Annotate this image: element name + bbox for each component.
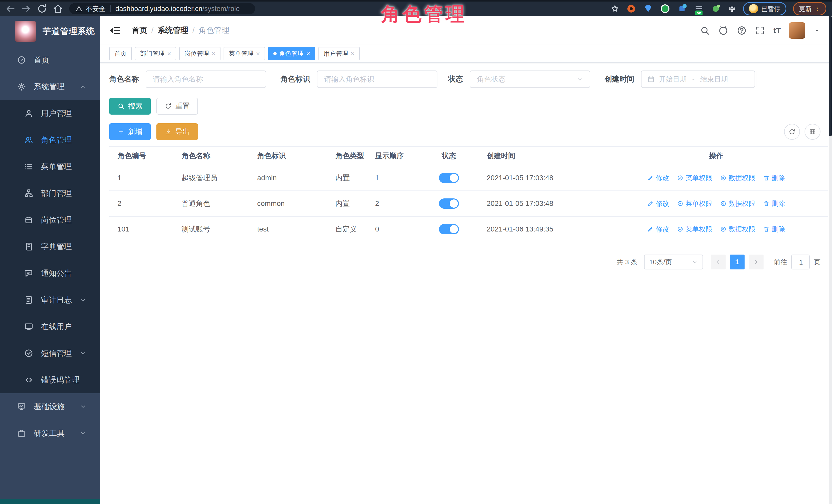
table-tools — [784, 124, 828, 140]
toggle-knob — [450, 225, 458, 233]
page-size-select[interactable]: 10条/页 — [644, 255, 703, 269]
sidebar-item-book[interactable]: 字典管理 — [0, 233, 100, 260]
extension-icon-list[interactable]: on — [694, 4, 704, 14]
sidebar-fold-icon[interactable] — [109, 25, 121, 36]
menu-permission-action[interactable]: 菜单权限 — [677, 174, 712, 183]
status-select[interactable]: 角色状态 — [470, 71, 590, 88]
close-icon[interactable]: × — [306, 50, 310, 57]
update-button[interactable]: 更新 — [793, 2, 826, 16]
sidebar-item-list[interactable]: 菜单管理 — [0, 153, 100, 180]
edit-action[interactable]: 修改 — [647, 225, 669, 234]
delete-action[interactable]: 删除 — [763, 174, 785, 183]
plus-icon — [118, 128, 125, 135]
role-key-input[interactable] — [317, 75, 437, 83]
close-icon[interactable]: × — [256, 50, 260, 57]
status-toggle[interactable] — [439, 224, 459, 234]
refresh-table-button[interactable] — [784, 124, 800, 140]
delete-action[interactable]: 删除 — [763, 199, 785, 208]
sidebar-item-code[interactable]: 错误码管理 — [0, 367, 100, 393]
browser-back-icon[interactable] — [5, 3, 16, 15]
column-settings-button[interactable] — [805, 124, 821, 140]
fullscreen-icon[interactable] — [755, 25, 765, 36]
add-button[interactable]: 新增 — [109, 123, 151, 140]
data-permission-action[interactable]: 数据权限 — [720, 199, 755, 208]
browser-reload-icon[interactable] — [36, 3, 48, 15]
menu-permission-action[interactable]: 菜单权限 — [677, 225, 712, 234]
main-area: 首页/系统管理/角色管理 tT 首页部门管理×岗位管理×菜单管理×角色管理×用户… — [100, 16, 832, 504]
bookmark-star-icon[interactable] — [610, 4, 620, 13]
menu-permission-action[interactable]: 菜单权限 — [677, 199, 712, 208]
sidebar-item-doc[interactable]: 审计日志 — [0, 287, 100, 313]
browser-home-icon[interactable] — [52, 3, 63, 15]
extension-icon-sprout[interactable] — [711, 4, 721, 14]
tag-label: 部门管理 — [140, 50, 164, 58]
table-toolbar: 新增 导出 — [109, 123, 828, 140]
breadcrumb-item[interactable]: 系统管理 — [157, 25, 188, 36]
extension-icon-donut[interactable] — [626, 4, 636, 14]
tag-view-3[interactable]: 岗位管理× — [179, 47, 220, 60]
date-range-picker[interactable]: 开始日期 - 结束日期 — [641, 71, 755, 88]
reset-button[interactable]: 重置 — [156, 98, 198, 114]
data-permission-action[interactable]: 数据权限 — [720, 225, 755, 234]
browser-menu-kebab-icon[interactable] — [814, 6, 821, 12]
reset-refresh-icon — [164, 103, 172, 110]
row-actions: 修改菜单权限数据权限删除 — [604, 174, 828, 183]
role-key-field — [317, 71, 437, 88]
sidebar-item-msgcheck[interactable]: 短信管理 — [0, 340, 100, 367]
sidebar-item-gear[interactable]: 系统管理 — [0, 73, 100, 100]
sidebar-item-user[interactable]: 用户管理 — [0, 100, 100, 127]
prev-page-button[interactable] — [711, 255, 726, 269]
search-icon[interactable] — [700, 25, 710, 36]
cell-id: 101 — [109, 225, 173, 233]
export-button[interactable]: 导出 — [156, 123, 198, 140]
sidebar-item-badge[interactable]: 岗位管理 — [0, 207, 100, 233]
help-icon[interactable] — [737, 25, 747, 36]
tag-view-2[interactable]: 部门管理× — [135, 47, 176, 60]
sidebar-item-tree[interactable]: 部门管理 — [0, 180, 100, 207]
row-actions: 修改菜单权限数据权限删除 — [604, 225, 828, 234]
gear-icon — [17, 82, 26, 91]
trash-icon — [763, 200, 770, 207]
user-avatar[interactable] — [789, 22, 805, 39]
edit-action[interactable]: 修改 — [647, 174, 669, 183]
tag-view-4[interactable]: 菜单管理× — [224, 47, 265, 60]
extension-icon-green[interactable] — [660, 4, 670, 14]
page-number-button[interactable]: 1 — [730, 255, 745, 269]
tag-view-1[interactable]: 首页 — [109, 47, 132, 60]
role-name-input[interactable] — [146, 75, 266, 83]
sidebar-item-chat[interactable]: 通知公告 — [0, 260, 100, 287]
github-icon[interactable] — [718, 25, 728, 36]
sidebar-item-gauge[interactable]: 首页 — [0, 47, 100, 73]
active-tag-dot — [273, 52, 277, 55]
status-toggle[interactable] — [439, 198, 459, 209]
data-permission-action[interactable]: 数据权限 — [720, 174, 755, 183]
column-header: 角色名称 — [173, 151, 249, 161]
search-button[interactable]: 搜索 — [109, 98, 151, 114]
sidebar-item-online[interactable]: 在线用户 — [0, 313, 100, 340]
browser-forward-icon[interactable] — [21, 3, 32, 15]
search-button-icon — [118, 103, 125, 110]
scrollbar-thumb[interactable] — [829, 16, 832, 136]
tag-view-6[interactable]: 用户管理× — [318, 47, 360, 60]
close-icon[interactable]: × — [351, 50, 355, 57]
tag-view-5[interactable]: 角色管理× — [268, 47, 315, 60]
delete-action[interactable]: 删除 — [763, 225, 785, 234]
extension-icon-gem[interactable] — [643, 4, 653, 14]
profile-paused-pill[interactable]: 已暂停 — [743, 2, 786, 16]
avatar-caret-icon[interactable] — [813, 27, 820, 34]
goto-page-input[interactable] — [792, 255, 810, 269]
sidebar-item-users[interactable]: 角色管理 — [0, 127, 100, 153]
edit-action[interactable]: 修改 — [647, 199, 669, 208]
extensions-puzzle-icon[interactable] — [728, 4, 736, 13]
sidebar-item-infra[interactable]: 基础设施 — [0, 393, 100, 420]
next-page-button[interactable] — [749, 255, 763, 269]
font-size-icon[interactable]: tT — [774, 26, 781, 35]
sidebar-item-tools[interactable]: 研发工具 — [0, 420, 100, 447]
close-icon[interactable]: × — [167, 50, 171, 57]
address-bar[interactable]: 不安全 dashboard.yudao.iocoder.cn /system/r… — [69, 3, 255, 15]
status-toggle[interactable] — [439, 173, 459, 183]
breadcrumb-item[interactable]: 首页 — [132, 25, 147, 36]
extension-icon-duo[interactable] — [677, 4, 687, 14]
page-scrollbar[interactable] — [829, 16, 832, 504]
close-icon[interactable]: × — [211, 50, 215, 57]
